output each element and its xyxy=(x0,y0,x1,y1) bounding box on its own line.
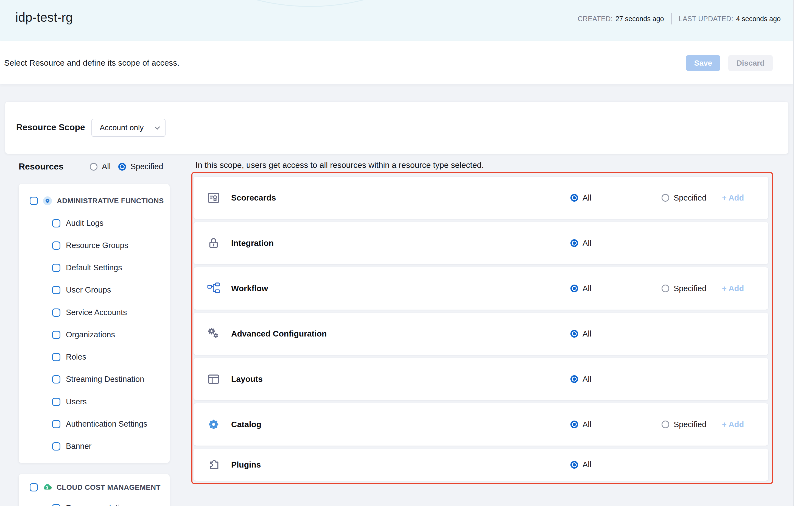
option-all: All xyxy=(571,267,591,310)
radio-all[interactable] xyxy=(571,330,578,338)
radio-all[interactable] xyxy=(571,239,578,247)
group-checkbox[interactable] xyxy=(30,197,38,205)
item-label: User Groups xyxy=(66,285,111,294)
option-all: All xyxy=(571,313,591,355)
item-label: Banner xyxy=(66,442,92,451)
resources-mode-radios: All Specified xyxy=(90,162,163,171)
radio-all[interactable] xyxy=(571,421,578,428)
option-all: All xyxy=(571,222,591,264)
list-item[interactable]: User Groups xyxy=(19,285,170,294)
radio-all[interactable] xyxy=(571,284,578,292)
item-label: Organizations xyxy=(66,330,115,339)
add-link[interactable]: + Add xyxy=(722,267,744,310)
item-checkbox[interactable] xyxy=(52,504,61,506)
item-checkbox[interactable] xyxy=(52,264,61,272)
radio-all[interactable] xyxy=(571,461,578,469)
resource-scope-dropdown[interactable]: Account only xyxy=(91,119,166,137)
resource-type-label: Advanced Configuration xyxy=(231,329,327,338)
row-advanced-configuration: Advanced Configuration All xyxy=(194,313,768,355)
list-item[interactable]: Resource Groups xyxy=(19,241,170,250)
item-label: Roles xyxy=(66,352,86,361)
header-meta: CREATED: 27 seconds ago LAST UPDATED: 4 … xyxy=(578,10,781,27)
created-value: 27 seconds ago xyxy=(615,15,664,23)
row-layouts: Layouts All xyxy=(194,358,768,400)
admin-gear-icon xyxy=(43,196,52,205)
action-toolbar: Select Resource and define its scope of … xyxy=(0,41,793,84)
option-all: All xyxy=(571,177,591,219)
updated-value: 4 seconds ago xyxy=(736,15,781,23)
option-specified: Specified xyxy=(662,267,706,310)
add-link[interactable]: + Add xyxy=(722,177,744,219)
list-item[interactable]: Streaming Destination xyxy=(19,375,170,384)
row-catalog: Catalog All Specified + Add xyxy=(194,403,768,445)
list-item[interactable]: Roles xyxy=(19,352,170,361)
list-item[interactable]: Default Settings xyxy=(19,263,170,272)
row-scorecards: Scorecards All Specified + Add xyxy=(194,177,768,219)
radio-all-label: All xyxy=(583,284,591,293)
plugin-icon xyxy=(207,458,220,472)
item-checkbox[interactable] xyxy=(52,331,61,339)
list-item[interactable]: Service Accounts xyxy=(19,308,170,317)
radio-specified-label: Specified xyxy=(674,420,706,429)
radio-all-label: All xyxy=(583,460,591,469)
page-title: idp-test-rg xyxy=(15,10,73,25)
item-label: Resource Groups xyxy=(66,241,128,250)
resource-type-label: Catalog xyxy=(231,420,261,429)
item-checkbox[interactable] xyxy=(52,309,61,317)
scorecard-icon xyxy=(207,191,220,205)
radio-all-label: All xyxy=(102,162,111,171)
radio-specified[interactable] xyxy=(662,194,669,202)
option-specified: Specified xyxy=(662,177,706,219)
radio-specified[interactable] xyxy=(662,284,669,292)
item-checkbox[interactable] xyxy=(52,398,61,406)
item-checkbox[interactable] xyxy=(52,442,61,450)
gears-icon xyxy=(207,327,220,341)
list-item[interactable]: Recommendations xyxy=(19,504,170,506)
discard-button[interactable]: Discard xyxy=(728,55,773,71)
meta-divider xyxy=(671,13,672,24)
item-label: Default Settings xyxy=(66,263,122,272)
resource-type-label: Layouts xyxy=(231,374,263,384)
row-integration: Integration All xyxy=(194,222,768,264)
item-label: Users xyxy=(66,397,87,406)
radio-specified-label: Specified xyxy=(130,162,163,171)
radio-specified[interactable] xyxy=(662,421,669,428)
workflow-icon xyxy=(207,281,220,295)
resource-types-highlight-box: Scorecards All Specified + Add Integrati… xyxy=(191,172,773,484)
list-item[interactable]: Audit Logs xyxy=(19,219,170,228)
item-checkbox[interactable] xyxy=(52,353,61,361)
resources-title: Resources xyxy=(19,162,64,172)
list-item[interactable]: Users xyxy=(19,397,170,406)
item-checkbox[interactable] xyxy=(52,242,61,250)
resource-scope-card: Resource Scope Account only xyxy=(5,102,788,154)
list-item[interactable]: Banner xyxy=(19,442,170,451)
radio-all[interactable] xyxy=(90,163,97,171)
resource-group-page: idp-test-rg CREATED: 27 seconds ago LAST… xyxy=(0,0,794,506)
add-link[interactable]: + Add xyxy=(722,403,744,445)
item-label: Audit Logs xyxy=(66,219,103,228)
layout-icon xyxy=(207,372,220,386)
item-checkbox[interactable] xyxy=(52,219,61,228)
resource-type-label: Scorecards xyxy=(231,193,276,202)
group-header-ccm: $ CLOUD COST MANAGEMENT xyxy=(19,483,170,492)
radio-all[interactable] xyxy=(571,194,578,202)
item-checkbox[interactable] xyxy=(52,375,61,384)
item-label: Recommendations xyxy=(66,504,132,506)
radio-all[interactable] xyxy=(571,375,578,383)
group-checkbox[interactable] xyxy=(30,483,38,491)
list-item[interactable]: Organizations xyxy=(19,330,170,339)
toolbar-description: Select Resource and define its scope of … xyxy=(4,58,180,68)
resource-type-label: Workflow xyxy=(231,284,268,293)
resource-scope-value: Account only xyxy=(100,123,155,132)
radio-specified-label: Specified xyxy=(674,193,706,202)
item-checkbox[interactable] xyxy=(52,286,61,294)
radio-specified[interactable] xyxy=(118,163,126,171)
save-button[interactable]: Save xyxy=(686,55,720,71)
resource-group-list-admin: ADMINISTRATIVE FUNCTIONS Audit Logs Reso… xyxy=(19,184,170,463)
item-checkbox[interactable] xyxy=(52,420,61,428)
radio-all-label: All xyxy=(583,239,591,248)
radio-all-label: All xyxy=(583,193,591,202)
list-item[interactable]: Authentication Settings xyxy=(19,419,170,429)
catalog-gear-icon xyxy=(207,418,220,431)
resource-type-label: Integration xyxy=(231,238,274,248)
